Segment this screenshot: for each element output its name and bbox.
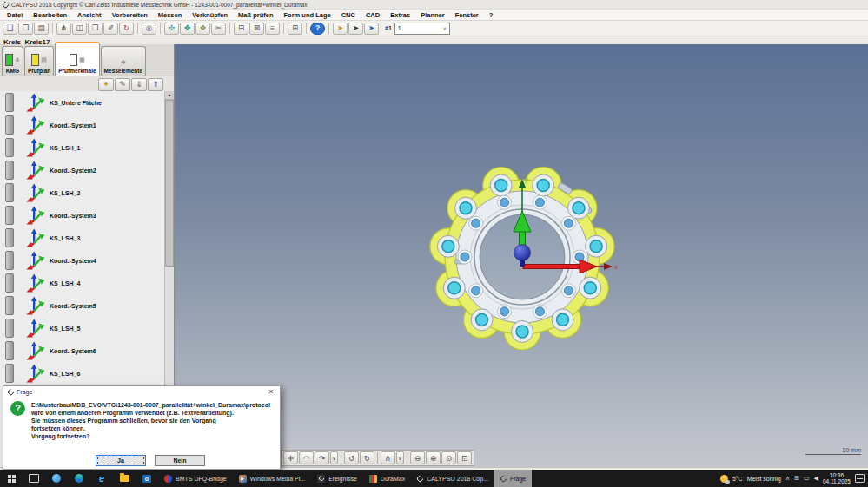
stylus-button[interactable]: ◫ [72,23,87,35]
tree-item[interactable]: KS_LSH_2 [0,181,165,204]
scroll-up-icon[interactable]: ▲ [165,91,174,100]
menu-bearbeiten[interactable]: Bearbeiten [28,11,72,19]
reset-rotate-button[interactable]: ↻ [119,23,134,35]
zoom-out-button[interactable]: ⊖ [410,451,425,464]
probe-dropdown-icon[interactable]: ∨ [396,451,404,464]
delete-button[interactable]: ⊠ [249,23,264,35]
tray-expand-icon[interactable]: ∧ [785,475,790,482]
link-c-button[interactable]: ✥ [195,23,210,35]
menu-vorbereiten[interactable]: Vorbereiten [107,11,153,19]
drag-handle-icon [5,341,14,360]
edge-button[interactable] [68,470,90,487]
menu-cnc[interactable]: CNC [336,11,361,19]
ja-button[interactable]: Ja [96,455,146,466]
taskbar-app-wmp[interactable]: ▶ Windows Media Pl... [233,470,311,487]
zoom-in-button[interactable]: ⊕ [426,451,441,464]
pinned-app-button[interactable] [45,470,68,487]
pen-button[interactable]: ✐ [103,23,118,35]
move-up-button[interactable]: ⇑ [148,78,163,91]
report-button[interactable]: ≡ [265,23,280,35]
device-button[interactable]: ⊞ [288,23,302,35]
zoom-window-button[interactable]: ⊙ [441,451,456,464]
grab-button[interactable]: ◠ [299,451,314,464]
tree-item[interactable]: Koord.-System6 [0,339,165,362]
tab-pruefmerkmale[interactable]: ▦ Prüfmerkmale [55,42,99,76]
run-blue-button[interactable]: ➤ [364,23,379,35]
action-center-icon[interactable] [855,474,865,483]
zoom-fit-button[interactable]: ⊡ [457,451,472,464]
tree-item[interactable]: KS_LSH_5 [0,317,165,339]
tree-item[interactable]: KS_Untere Fläche [0,91,165,114]
menu-verknuepfen[interactable]: Verknüpfen [187,11,233,19]
menu-cad[interactable]: CAD [361,11,385,19]
print-button[interactable]: ⊟ [234,23,248,35]
tree-item[interactable]: KS_LSH_4 [0,272,165,294]
link-a-button[interactable]: ✣ [164,23,179,35]
taskbar-app-calypso[interactable]: CALYPSO 2018 Cop... [411,470,494,487]
close-icon[interactable]: × [267,388,275,396]
tree-item[interactable]: Koord.-System3 [0,204,165,227]
tree-item[interactable]: Koord.-System5 [0,294,165,317]
internet-explorer-button[interactable]: e [90,470,113,487]
menu-messen[interactable]: Messen [153,11,188,19]
rotate-left-button[interactable]: ↺ [344,451,359,464]
menu-form-und-lage[interactable]: Form und Lage [279,11,336,19]
tray-grid-icon[interactable]: ⊞ [794,475,799,482]
nein-button[interactable]: Nein [155,455,205,466]
tree-item[interactable]: KS_LSH_3 [0,227,165,249]
chevron-down-icon: ∨ [442,25,446,31]
menu-mass-pruefen[interactable]: Maß prüfen [233,11,278,19]
open-button[interactable]: ❒ [18,23,33,35]
tree-item[interactable]: Koord.-System2 [0,159,165,181]
system-tray: 5°C Meist sonnig ∧ ⊞ ▭ ◀ 10:36 04.11.202… [720,472,868,484]
taskbar-app-ereignisse[interactable]: Ereignisse [311,470,363,487]
probe-view-button[interactable]: ⋔ [381,451,395,464]
file-explorer-button[interactable] [113,470,136,487]
toolbar-separator [328,23,329,34]
orbit-dropdown-icon[interactable]: ∨ [330,451,338,464]
probe-rack-button[interactable]: ⋔ [56,23,71,35]
menu-planner[interactable]: Planner [415,11,450,19]
menu-hilfe[interactable]: ? [484,11,499,19]
menu-fenster[interactable]: Fenster [450,11,484,19]
taskbar-app-frage[interactable]: Frage [494,470,532,487]
tab-kmg[interactable]: ⋔ KMG [2,46,23,76]
tree-item[interactable]: Koord.-System4 [0,249,165,272]
weather-icon[interactable] [720,475,728,483]
menu-ansicht[interactable]: Ansicht [72,11,107,19]
edit-button[interactable]: ✎ [115,78,130,91]
search-button[interactable]: ◎ [142,23,156,35]
cut-button[interactable]: ✂ [211,23,226,35]
start-button[interactable] [0,470,23,487]
tray-chat-icon[interactable]: ▭ [804,475,810,482]
menu-datei[interactable]: Datei [2,11,28,19]
tree-item[interactable]: Koord.-System1 [0,114,165,136]
tab-pruefplan[interactable]: ▤ Prüfplan [24,46,54,76]
pan-button[interactable]: ✛ [283,451,298,464]
tab-messelemente[interactable]: ❖ Messelemente [101,46,146,76]
save-button[interactable]: ▤ [34,23,49,35]
tree-item[interactable]: KS_LSH_1 [0,136,165,159]
tray-speaker-icon[interactable]: ◀ [814,475,818,482]
rotate-right-button[interactable]: ↻ [360,451,374,464]
run-gold-button[interactable]: ➤ [333,23,348,35]
copy-button[interactable]: ❐ [88,23,103,35]
tray-clock[interactable]: 10:36 04.11.2025 [823,472,851,484]
feature-button[interactable]: ✦ [98,78,114,91]
help-button[interactable]: ? [310,23,325,35]
orbit-button[interactable]: ↷ [315,451,329,464]
outlook-button[interactable]: o [136,470,158,487]
run-selector-dropdown[interactable]: 1 ∨ [394,23,450,35]
tree-item[interactable]: KS_LSH_6 [0,362,165,385]
move-down-button[interactable]: ⇓ [131,78,147,91]
run-dark-button[interactable]: ➤ [348,23,363,35]
scrollbar-thumb[interactable] [165,100,174,267]
menu-extras[interactable]: Extras [385,11,415,19]
taskbar-app-bmts[interactable]: BMTS DFQ-Bridge [158,470,233,487]
task-view-button[interactable] [23,470,45,487]
dialog-titlebar[interactable]: Frage × [3,386,280,398]
link-b-button[interactable]: ✤ [180,23,195,35]
tray-time: 10:36 [823,472,851,478]
new-button[interactable]: ❑ [3,23,17,35]
taskbar-app-duramax[interactable]: DuraMax [363,470,411,487]
